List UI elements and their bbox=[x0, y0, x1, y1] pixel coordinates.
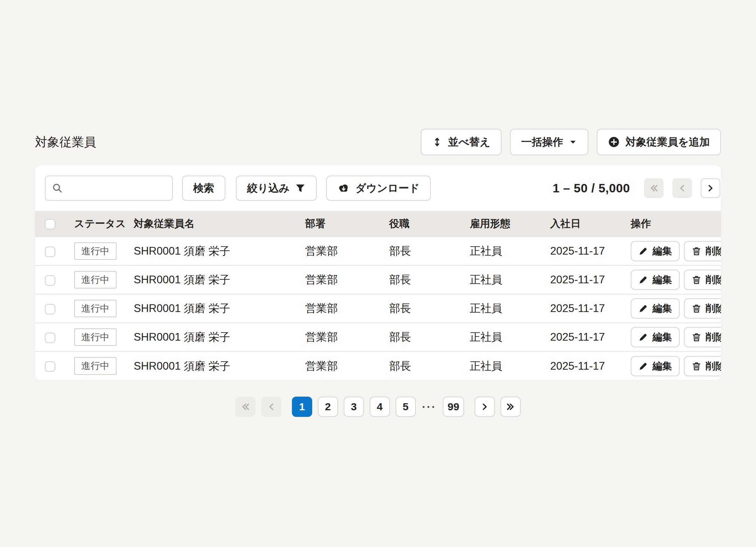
row-actions: 編集 削除 bbox=[631, 241, 721, 261]
pencil-icon bbox=[638, 332, 648, 342]
first-page-button bbox=[235, 397, 255, 417]
table-header-row: ステータス 対象従業員名 部署 役職 雇用形態 入社日 操作 bbox=[35, 211, 721, 237]
title-actions: 並べ替え 一括操作 対象従業員を追加 bbox=[421, 129, 721, 155]
last-page-button[interactable] bbox=[500, 397, 521, 417]
row-actions: 編集 削除 bbox=[631, 298, 721, 319]
row-checkbox[interactable] bbox=[45, 275, 55, 286]
download-button-label: ダウンロード bbox=[355, 181, 420, 196]
delete-button-label: 削除 bbox=[706, 273, 721, 286]
trash-icon bbox=[692, 361, 701, 371]
edit-button-label: 編集 bbox=[652, 273, 672, 286]
filter-button-label: 絞り込み bbox=[247, 181, 289, 196]
row-actions: 編集 削除 bbox=[631, 356, 721, 376]
employee-table-card: 検索 絞り込み ダウンロード bbox=[35, 165, 721, 380]
delete-button[interactable]: 削除 bbox=[684, 356, 721, 376]
column-header-department: 部署 bbox=[305, 211, 389, 237]
employee-role: 部長 bbox=[389, 294, 470, 323]
edit-button[interactable]: 編集 bbox=[631, 270, 680, 290]
employee-name: SHR0001 須磨 栄子 bbox=[134, 294, 305, 323]
pencil-icon bbox=[638, 304, 648, 313]
status-badge: 進行中 bbox=[74, 271, 117, 289]
chevron-right-icon bbox=[705, 183, 716, 193]
edit-button[interactable]: 編集 bbox=[631, 298, 680, 319]
employee-department: 営業部 bbox=[305, 294, 389, 323]
cloud-download-icon bbox=[337, 183, 350, 193]
table-toolbar: 検索 絞り込み ダウンロード bbox=[35, 165, 721, 211]
row-actions: 編集 削除 bbox=[631, 327, 721, 347]
delete-button-label: 削除 bbox=[706, 244, 721, 258]
column-header-name: 対象従業員名 bbox=[134, 211, 305, 237]
bulk-actions-label: 一括操作 bbox=[521, 135, 563, 149]
row-checkbox[interactable] bbox=[45, 247, 55, 257]
pencil-icon bbox=[638, 275, 648, 285]
employee-table: ステータス 対象従業員名 部署 役職 雇用形態 入社日 操作 進行中 SHR00… bbox=[35, 211, 721, 380]
employee-employment-type: 正社員 bbox=[470, 237, 550, 265]
edit-button[interactable]: 編集 bbox=[631, 241, 680, 261]
search-button-label: 検索 bbox=[193, 181, 214, 196]
page-button-1[interactable]: 1 bbox=[292, 397, 312, 417]
delete-button-label: 削除 bbox=[706, 360, 721, 373]
column-header-ops: 操作 bbox=[631, 211, 721, 237]
employee-role: 部長 bbox=[389, 237, 470, 265]
bulk-actions-button[interactable]: 一括操作 bbox=[510, 129, 588, 155]
trash-icon bbox=[692, 246, 701, 256]
row-checkbox[interactable] bbox=[45, 304, 55, 314]
search-button[interactable]: 検索 bbox=[182, 176, 225, 201]
employee-hire-date: 2025-11-17 bbox=[550, 265, 631, 294]
page-button-99[interactable]: 99 bbox=[443, 397, 464, 417]
chevron-down-icon bbox=[569, 138, 577, 146]
edit-button-label: 編集 bbox=[652, 302, 672, 315]
delete-button-label: 削除 bbox=[706, 302, 721, 315]
employee-department: 営業部 bbox=[305, 237, 389, 265]
status-badge: 進行中 bbox=[74, 357, 117, 375]
row-checkbox[interactable] bbox=[45, 361, 55, 372]
plus-circle-icon bbox=[608, 136, 620, 148]
column-header-status: ステータス bbox=[74, 211, 134, 237]
page-title: 対象従業員 bbox=[35, 134, 96, 150]
pencil-icon bbox=[638, 246, 648, 256]
delete-button-label: 削除 bbox=[706, 331, 721, 344]
status-badge: 進行中 bbox=[74, 328, 117, 346]
trash-icon bbox=[692, 332, 701, 342]
trash-icon bbox=[692, 304, 701, 313]
prev-page-button bbox=[261, 397, 281, 417]
page-button-3[interactable]: 3 bbox=[344, 397, 364, 417]
delete-button[interactable]: 削除 bbox=[684, 270, 721, 290]
next-page-button-top[interactable] bbox=[701, 178, 720, 198]
delete-button[interactable]: 削除 bbox=[684, 327, 721, 347]
pencil-icon bbox=[638, 361, 648, 371]
employee-department: 営業部 bbox=[305, 265, 389, 294]
add-employee-button[interactable]: 対象従業員を追加 bbox=[597, 129, 721, 155]
search-input[interactable] bbox=[45, 176, 173, 201]
select-all-checkbox[interactable] bbox=[45, 219, 55, 229]
sort-button-label: 並べ替え bbox=[448, 135, 490, 149]
table-row: 進行中 SHR0001 須磨 栄子 営業部 部長 正社員 2025-11-17 … bbox=[35, 294, 721, 323]
bottom-pagination: 1 2 3 4 5 ··· 99 bbox=[0, 397, 756, 417]
column-header-role: 役職 bbox=[389, 211, 470, 237]
employee-name: SHR0001 須磨 栄子 bbox=[134, 323, 305, 351]
employee-employment-type: 正社員 bbox=[470, 323, 550, 351]
title-row: 対象従業員 並べ替え 一括操作 対象従業員を追加 bbox=[35, 129, 721, 155]
next-page-button[interactable] bbox=[475, 397, 495, 417]
download-button[interactable]: ダウンロード bbox=[326, 176, 431, 201]
result-range: 1 – 50 / 5,000 bbox=[553, 181, 630, 195]
filter-button[interactable]: 絞り込み bbox=[236, 176, 317, 201]
page-button-4[interactable]: 4 bbox=[370, 397, 390, 417]
sort-button[interactable]: 並べ替え bbox=[421, 129, 502, 155]
employee-hire-date: 2025-11-17 bbox=[550, 294, 631, 323]
delete-button[interactable]: 削除 bbox=[684, 241, 721, 261]
table-body: 進行中 SHR0001 須磨 栄子 営業部 部長 正社員 2025-11-17 … bbox=[35, 237, 721, 380]
employee-name: SHR0001 須磨 栄子 bbox=[134, 265, 305, 294]
double-chevron-left-icon bbox=[240, 402, 251, 412]
status-badge: 進行中 bbox=[74, 300, 117, 317]
employee-role: 部長 bbox=[389, 265, 470, 294]
edit-button[interactable]: 編集 bbox=[631, 356, 680, 376]
page-button-2[interactable]: 2 bbox=[318, 397, 338, 417]
prev-page-button-top bbox=[672, 178, 692, 198]
row-checkbox[interactable] bbox=[45, 333, 55, 343]
edit-button-label: 編集 bbox=[652, 360, 672, 373]
edit-button[interactable]: 編集 bbox=[631, 327, 680, 347]
employee-department: 営業部 bbox=[305, 351, 389, 380]
delete-button[interactable]: 削除 bbox=[684, 298, 721, 319]
page-button-5[interactable]: 5 bbox=[396, 397, 416, 417]
